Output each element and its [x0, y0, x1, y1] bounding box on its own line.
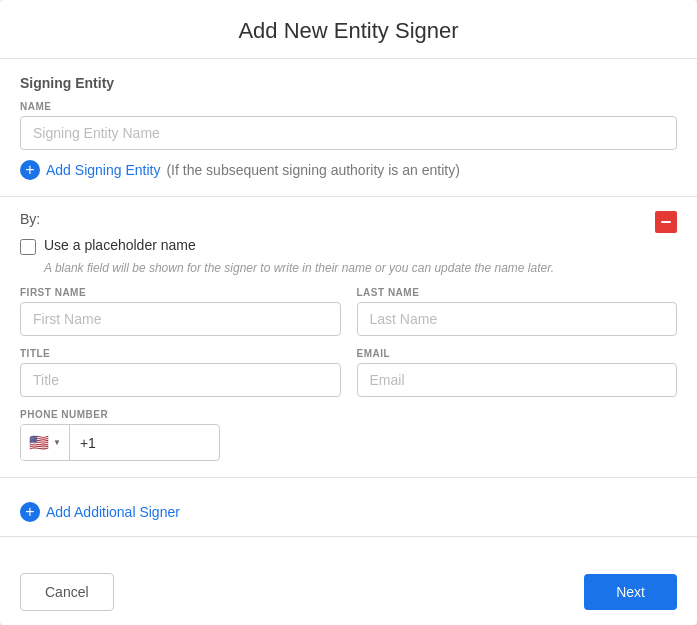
placeholder-checkbox-row: Use a placeholder name	[20, 237, 677, 255]
flag-chevron-icon: ▼	[53, 438, 61, 447]
us-flag-icon: 🇺🇸	[29, 433, 49, 452]
next-button[interactable]: Next	[584, 574, 677, 610]
by-label: By:	[20, 211, 677, 227]
delete-section-button[interactable]	[655, 211, 677, 233]
add-signing-entity-label: Add Signing Entity	[46, 162, 160, 178]
email-input[interactable]	[357, 363, 678, 397]
last-name-label: LAST NAME	[357, 287, 678, 298]
signing-entity-title: Signing Entity	[20, 75, 677, 91]
add-signing-entity-icon: +	[20, 160, 40, 180]
title-email-row: TITLE EMAIL	[20, 348, 677, 397]
email-label: EMAIL	[357, 348, 678, 359]
title-label: TITLE	[20, 348, 341, 359]
first-name-col: FIRST NAME	[20, 287, 341, 336]
last-name-col: LAST NAME	[357, 287, 678, 336]
first-name-label: FIRST NAME	[20, 287, 341, 298]
signing-entity-section: Signing Entity NAME + Add Signing Entity…	[0, 59, 697, 197]
placeholder-checkbox[interactable]	[20, 239, 36, 255]
modal-header: Add New Entity Signer	[0, 0, 697, 59]
phone-label: PHONE NUMBER	[20, 409, 677, 420]
phone-flag-dropdown[interactable]: 🇺🇸 ▼	[21, 425, 70, 460]
add-signer-label: Add Additional Signer	[46, 504, 180, 520]
title-input[interactable]	[20, 363, 341, 397]
name-row: FIRST NAME LAST NAME	[20, 287, 677, 336]
phone-input-group: 🇺🇸 ▼	[20, 424, 220, 461]
signing-entity-name-input[interactable]	[20, 116, 677, 150]
placeholder-hint-text: A blank field will be shown for the sign…	[44, 261, 677, 275]
email-col: EMAIL	[357, 348, 678, 397]
name-label: NAME	[20, 101, 677, 112]
add-signer-section: + Add Additional Signer	[0, 478, 697, 537]
add-additional-signer-link[interactable]: + Add Additional Signer	[20, 502, 180, 522]
add-signing-entity-hint: (If the subsequent signing authority is …	[166, 162, 459, 178]
add-signer-icon: +	[20, 502, 40, 522]
phone-number-col: PHONE NUMBER 🇺🇸 ▼	[20, 409, 677, 461]
placeholder-checkbox-label: Use a placeholder name	[44, 237, 196, 253]
add-signing-entity-link[interactable]: + Add Signing Entity (If the subsequent …	[20, 160, 460, 180]
first-name-input[interactable]	[20, 302, 341, 336]
modal-actions: Cancel Next	[0, 559, 697, 625]
phone-prefix-input[interactable]	[70, 427, 130, 459]
modal-container: Add New Entity Signer Signing Entity NAM…	[0, 0, 697, 625]
by-section: By: Use a placeholder name A blank field…	[0, 197, 697, 478]
cancel-button[interactable]: Cancel	[20, 573, 114, 611]
last-name-input[interactable]	[357, 302, 678, 336]
title-col: TITLE	[20, 348, 341, 397]
modal-title: Add New Entity Signer	[20, 18, 677, 44]
